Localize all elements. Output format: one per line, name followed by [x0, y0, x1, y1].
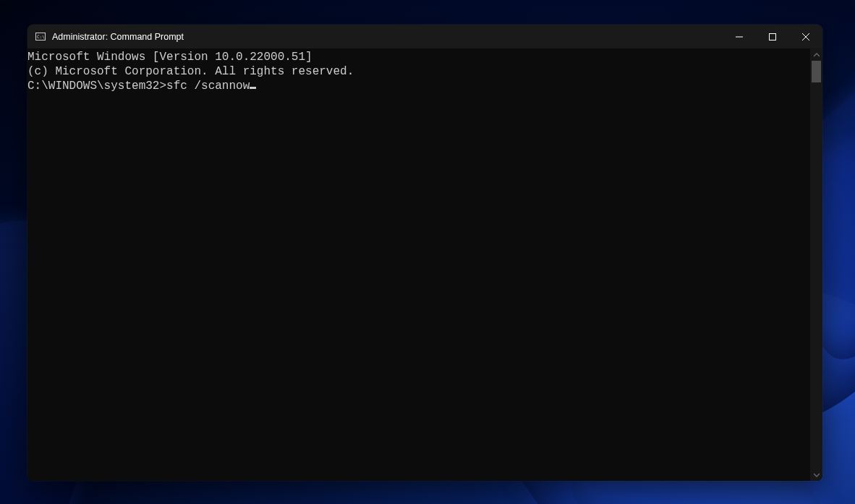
- svg-rect-1: [770, 33, 776, 40]
- output-line: (c) Microsoft Corporation. All rights re…: [27, 64, 810, 79]
- scroll-track[interactable]: [810, 61, 822, 469]
- window-title: Administrator: Command Prompt: [52, 32, 723, 42]
- chevron-down-icon: [814, 472, 820, 478]
- scroll-thumb[interactable]: [812, 61, 821, 82]
- maximize-icon: [769, 33, 776, 40]
- scroll-up-button[interactable]: [810, 48, 822, 61]
- chevron-up-icon: [814, 52, 820, 58]
- cmd-icon: C:\: [35, 31, 46, 43]
- terminal-body: Microsoft Windows [Version 10.0.22000.51…: [27, 48, 822, 481]
- scroll-down-button[interactable]: [810, 469, 822, 481]
- maximize-button[interactable]: [756, 25, 789, 48]
- output-line: Microsoft Windows [Version 10.0.22000.51…: [27, 50, 810, 64]
- command-prompt-window: C:\ Administrator: Command Prompt Micros…: [27, 25, 822, 481]
- prompt-line: C:\WINDOWS\system32>sfc /scannow: [27, 79, 810, 93]
- prompt-path: C:\WINDOWS\system32>: [27, 79, 166, 93]
- typed-command: sfc /scannow: [166, 79, 250, 93]
- close-icon: [802, 33, 809, 40]
- minimize-icon: [736, 33, 743, 40]
- terminal-output[interactable]: Microsoft Windows [Version 10.0.22000.51…: [27, 48, 810, 481]
- titlebar[interactable]: C:\ Administrator: Command Prompt: [27, 25, 822, 48]
- text-cursor: [250, 87, 256, 89]
- minimize-button[interactable]: [723, 25, 756, 48]
- vertical-scrollbar[interactable]: [810, 48, 822, 481]
- window-controls: [723, 25, 822, 48]
- close-button[interactable]: [789, 25, 822, 48]
